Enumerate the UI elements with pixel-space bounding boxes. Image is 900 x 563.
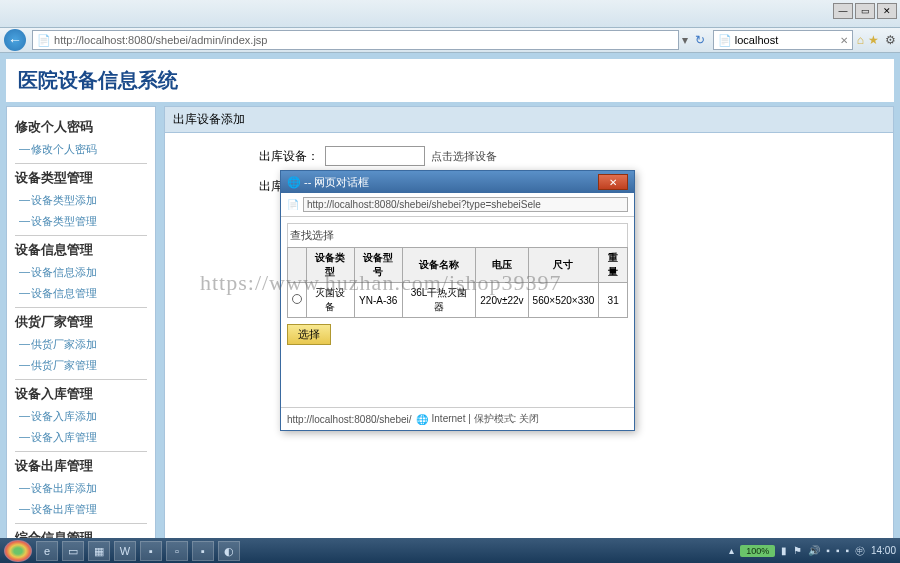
start-button[interactable] (4, 540, 32, 562)
task-word-icon[interactable]: W (114, 541, 136, 561)
device-table: 设备类型设备型号设备名称电压尺寸重量 灭菌设备YN-A-3636L干热灭菌器22… (287, 247, 628, 318)
tray-sound-icon[interactable]: 🔊 (808, 545, 820, 556)
browser-tab[interactable]: 📄 localhost ✕ (713, 30, 853, 50)
table-header (288, 248, 307, 283)
tray-ime-icon[interactable]: ㊥ (855, 544, 865, 558)
table-header: 设备型号 (354, 248, 402, 283)
close-window-button[interactable]: ✕ (877, 3, 897, 19)
tab-close-icon[interactable]: ✕ (840, 35, 848, 46)
device-hint[interactable]: 点击选择设备 (431, 149, 497, 164)
task-app-icon[interactable]: ▦ (88, 541, 110, 561)
window-titlebar: — ▭ ✕ (0, 0, 900, 28)
favorites-icon[interactable]: ★ (868, 33, 879, 47)
menu-item[interactable]: 设备信息管理 (15, 283, 147, 304)
menu-item[interactable]: 设备出库添加 (15, 478, 147, 499)
device-input[interactable] (325, 146, 425, 166)
menu-group: 供货厂家管理 (15, 307, 147, 334)
tray-app-icon[interactable]: ▪ (826, 545, 830, 556)
table-header: 设备名称 (402, 248, 476, 283)
address-bar[interactable]: 📄 http://localhost:8080/shebei/admin/ind… (32, 30, 679, 50)
minimize-button[interactable]: — (833, 3, 853, 19)
row-radio[interactable] (292, 294, 302, 304)
menu-item[interactable]: 供货厂家管理 (15, 355, 147, 376)
dialog-url-icon: 📄 (287, 199, 299, 210)
home-icon[interactable]: ⌂ (857, 33, 864, 47)
menu-item[interactable]: 修改个人密码 (15, 139, 147, 160)
tools-icon[interactable]: ⚙ (885, 33, 896, 47)
menu-item[interactable]: 设备出库管理 (15, 499, 147, 520)
dialog-url: http://localhost:8080/shebei/shebei?type… (303, 197, 628, 212)
menu-item[interactable]: 设备入库添加 (15, 406, 147, 427)
table-cell (288, 283, 307, 318)
table-cell: 560×520×330 (528, 283, 599, 318)
menu-group: 设备入库管理 (15, 379, 147, 406)
task-app4-icon[interactable]: ▪ (192, 541, 214, 561)
select-device-dialog: 🌐 -- 网页对话框 ✕ 📄 http://localhost:8080/she… (280, 170, 635, 431)
page-icon: 📄 (37, 34, 51, 47)
url-dropdown-icon[interactable]: ▾ (679, 33, 691, 47)
table-row[interactable]: 灭菌设备YN-A-3636L干热灭菌器220v±22v560×520×33031 (288, 283, 628, 318)
dialog-footer-url: http://localhost:8080/shebei/ (287, 414, 412, 425)
tray-app3-icon[interactable]: ▪ (845, 545, 849, 556)
table-cell: 31 (599, 283, 628, 318)
panel-title: 出库设备添加 (165, 107, 893, 133)
app-title: 医院设备信息系统 (6, 59, 894, 102)
menu-group: 设备类型管理 (15, 163, 147, 190)
task-explorer-icon[interactable]: ▭ (62, 541, 84, 561)
table-cell: 220v±22v (476, 283, 528, 318)
table-cell: YN-A-36 (354, 283, 402, 318)
taskbar: e ▭ ▦ W ▪ ▫ ▪ ◐ ▴ 100% ▮ ⚑ 🔊 ▪ ▪ ▪ ㊥ 14:… (0, 538, 900, 563)
back-button[interactable]: ← (4, 29, 26, 51)
table-header: 电压 (476, 248, 528, 283)
clock[interactable]: 14:00 (871, 545, 896, 556)
url-text: http://localhost:8080/shebei/admin/index… (54, 34, 267, 46)
battery-indicator[interactable]: 100% (740, 545, 775, 557)
tab-label: localhost (735, 34, 778, 46)
table-header: 设备类型 (307, 248, 355, 283)
maximize-button[interactable]: ▭ (855, 3, 875, 19)
dialog-section-label: 查找选择 (287, 223, 628, 247)
refresh-button[interactable]: ↻ (691, 33, 709, 47)
menu-group: 修改个人密码 (15, 113, 147, 139)
tray-flag-icon[interactable]: ⚑ (793, 545, 802, 556)
menu-item[interactable]: 设备入库管理 (15, 427, 147, 448)
menu-group: 设备信息管理 (15, 235, 147, 262)
menu-item[interactable]: 设备类型管理 (15, 211, 147, 232)
browser-nav-bar: ← 📄 http://localhost:8080/shebei/admin/i… (0, 28, 900, 53)
table-header: 尺寸 (528, 248, 599, 283)
task-app3-icon[interactable]: ▫ (166, 541, 188, 561)
task-app5-icon[interactable]: ◐ (218, 541, 240, 561)
select-button[interactable]: 选择 (287, 324, 331, 345)
dialog-title: -- 网页对话框 (304, 176, 369, 188)
tray-arrow-icon[interactable]: ▴ (729, 545, 734, 556)
menu-item[interactable]: 供货厂家添加 (15, 334, 147, 355)
tray-app2-icon[interactable]: ▪ (836, 545, 840, 556)
sidebar: 修改个人密码修改个人密码设备类型管理设备类型添加设备类型管理设备信息管理设备信息… (6, 106, 156, 546)
dialog-footer-zone: Internet | 保护模式: 关闭 (432, 412, 540, 426)
task-ie-icon[interactable]: e (36, 541, 58, 561)
menu-item[interactable]: 设备信息添加 (15, 262, 147, 283)
table-header: 重量 (599, 248, 628, 283)
tab-icon: 📄 (718, 34, 732, 47)
dialog-close-button[interactable]: ✕ (598, 174, 628, 190)
dialog-icon: 🌐 (287, 176, 301, 188)
task-app2-icon[interactable]: ▪ (140, 541, 162, 561)
tray-network-icon[interactable]: ▮ (781, 545, 787, 556)
field-device-label: 出库设备： (165, 148, 325, 165)
internet-zone-icon: 🌐 (416, 414, 428, 425)
menu-item[interactable]: 设备类型添加 (15, 190, 147, 211)
table-cell: 36L干热灭菌器 (402, 283, 476, 318)
menu-group: 设备出库管理 (15, 451, 147, 478)
table-cell: 灭菌设备 (307, 283, 355, 318)
